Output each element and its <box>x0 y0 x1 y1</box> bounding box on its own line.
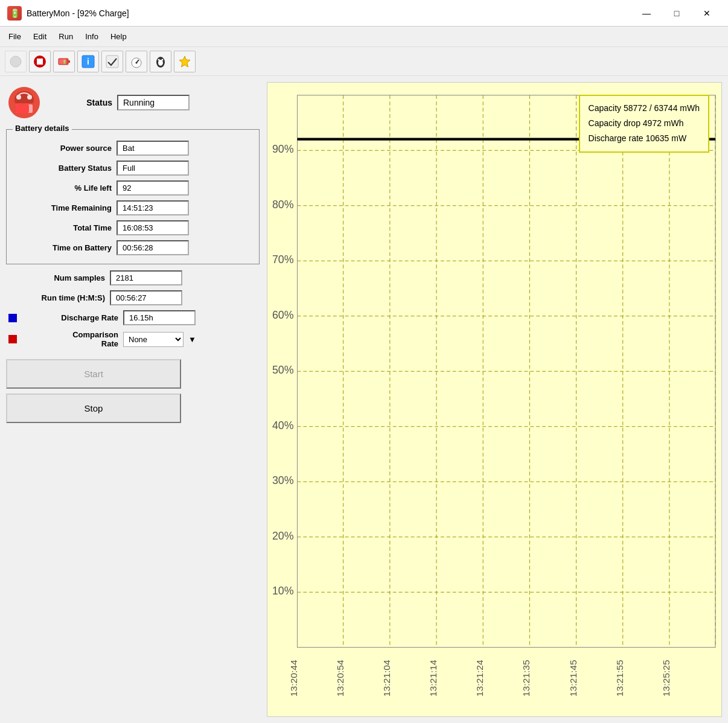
time-remaining-label: Time Remaining <box>15 203 112 212</box>
total-time-row: Total Time 16:08:53 <box>15 220 251 235</box>
time-on-battery-value: 00:56:28 <box>117 240 189 255</box>
penguin-toolbar-btn[interactable] <box>150 51 171 72</box>
svg-point-23 <box>16 95 21 100</box>
status-field: Status Running <box>52 95 190 110</box>
discharge-rate-value: 16.15h <box>123 310 196 325</box>
power-source-row: Power source Bat <box>15 141 251 156</box>
svg-text:13:21:04: 13:21:04 <box>382 660 392 696</box>
dropdown-chevron-icon: ▼ <box>188 335 196 344</box>
svg-text:🔋: 🔋 <box>62 60 67 65</box>
svg-text:50%: 50% <box>272 363 294 377</box>
menu-info[interactable]: Info <box>79 30 104 43</box>
discharge-rate-label: Discharge Rate <box>22 313 118 322</box>
svg-text:13:21:14: 13:21:14 <box>428 660 438 696</box>
action-buttons: Start Stop <box>6 359 260 423</box>
svg-rect-26 <box>8 335 17 343</box>
svg-text:13:20:54: 13:20:54 <box>335 660 345 696</box>
comparison-rate-label: ComparisonRate <box>22 330 118 348</box>
num-samples-label: Num samples <box>8 273 105 282</box>
svg-point-0 <box>10 56 21 67</box>
status-value: Running <box>117 95 190 110</box>
minimize-button[interactable]: — <box>633 4 660 22</box>
run-time-row: Run time (H:M:S) 00:56:27 <box>8 290 257 305</box>
battery-status-value: Full <box>117 161 189 176</box>
num-samples-row: Num samples 2181 <box>8 270 257 285</box>
svg-text:i: i <box>87 57 89 66</box>
svg-text:13:21:45: 13:21:45 <box>568 660 578 696</box>
time-remaining-value: 14:51:23 <box>117 200 189 215</box>
svg-point-15 <box>158 59 160 60</box>
svg-rect-27 <box>267 83 721 716</box>
svg-text:13:25:25: 13:25:25 <box>661 660 671 696</box>
star-toolbar-btn[interactable] <box>174 51 196 72</box>
maximize-button[interactable]: □ <box>663 4 691 22</box>
battery-app-icon <box>6 84 42 121</box>
svg-rect-22 <box>16 104 29 113</box>
svg-rect-4 <box>68 60 70 63</box>
extra-fields: Num samples 2181 Run time (H:M:S) 00:56:… <box>6 270 260 348</box>
life-left-value: 92 <box>117 180 189 196</box>
time-on-battery-label: Time on Battery <box>15 243 112 252</box>
svg-marker-17 <box>179 56 190 67</box>
app-icon: 🔋 <box>7 6 22 21</box>
time-on-battery-row: Time on Battery 00:56:28 <box>15 240 251 255</box>
menu-file[interactable]: File <box>2 30 27 43</box>
svg-text:80%: 80% <box>272 198 294 211</box>
comparison-rate-row: ComparisonRate None Custom ▼ <box>8 330 257 348</box>
num-samples-value: 2181 <box>110 270 182 285</box>
svg-text:30%: 30% <box>272 474 294 487</box>
circle-toolbar-btn[interactable] <box>5 51 27 72</box>
chart-panel: Capacity 58772 / 63744 mWh Capacity drop… <box>267 82 722 717</box>
svg-point-24 <box>27 95 32 100</box>
svg-rect-9 <box>106 56 118 68</box>
menu-help[interactable]: Help <box>104 30 133 43</box>
svg-rect-25 <box>8 314 17 322</box>
svg-text:13:21:24: 13:21:24 <box>475 660 485 696</box>
menu-bar: File Edit Run Info Help <box>0 27 728 47</box>
svg-text:70%: 70% <box>272 253 294 266</box>
info-toolbar-btn[interactable]: i <box>77 51 99 72</box>
chart-area: Capacity 58772 / 63744 mWh Capacity drop… <box>267 83 721 716</box>
status-row: Status Running <box>6 82 260 123</box>
svg-point-12 <box>136 62 138 63</box>
life-left-label: % Life left <box>15 183 112 193</box>
discharge-color-icon <box>8 314 17 322</box>
svg-point-14 <box>158 60 163 66</box>
run-time-label: Run time (H:M:S) <box>8 293 105 302</box>
svg-rect-2 <box>37 59 43 65</box>
status-label: Status <box>52 98 112 107</box>
power-source-value: Bat <box>117 141 189 156</box>
left-panel: Status Running Battery details Power sou… <box>6 82 260 717</box>
battery-details-group: Battery details Power source Bat Battery… <box>6 129 260 264</box>
svg-text:20%: 20% <box>272 529 294 542</box>
battery-chart: 90% 80% 70% 60% 50% 40% 30% 20% 10% 13:2… <box>267 83 721 716</box>
tooltip-line-3: Discharge rate 10635 mW <box>589 131 700 146</box>
tooltip-line-2: Capacity drop 4972 mWh <box>589 116 700 131</box>
battery-status-label: Battery Status <box>15 164 112 173</box>
battery-status-row: Battery Status Full <box>15 161 251 176</box>
check-toolbar-btn[interactable] <box>101 51 123 72</box>
stop-button[interactable]: Stop <box>6 393 181 423</box>
svg-text:13:21:35: 13:21:35 <box>522 660 532 696</box>
gauge-toolbar-btn[interactable] <box>126 51 147 72</box>
window-controls: — □ ✕ <box>633 4 721 22</box>
comparison-select[interactable]: None Custom <box>123 332 184 347</box>
run-time-value: 00:56:27 <box>110 290 182 305</box>
start-button[interactable]: Start <box>6 359 181 389</box>
tooltip-line-1: Capacity 58772 / 63744 mWh <box>589 101 700 116</box>
title-bar: 🔋 BatteryMon - [92% Charge] — □ ✕ <box>0 0 728 27</box>
window-title: BatteryMon - [92% Charge] <box>27 8 129 18</box>
battery-toolbar-btn[interactable]: 🔋 <box>53 51 75 72</box>
svg-text:13:21:55: 13:21:55 <box>615 660 625 696</box>
stop-toolbar-btn[interactable] <box>29 51 51 72</box>
svg-text:90%: 90% <box>272 142 294 156</box>
total-time-label: Total Time <box>15 223 112 232</box>
life-left-row: % Life left 92 <box>15 180 251 196</box>
svg-text:40%: 40% <box>272 418 294 432</box>
menu-edit[interactable]: Edit <box>27 30 53 43</box>
main-content: Status Running Battery details Power sou… <box>0 76 728 723</box>
svg-text:10%: 10% <box>272 584 294 597</box>
close-button[interactable]: ✕ <box>693 4 721 22</box>
svg-point-16 <box>162 59 164 60</box>
menu-run[interactable]: Run <box>53 30 79 43</box>
